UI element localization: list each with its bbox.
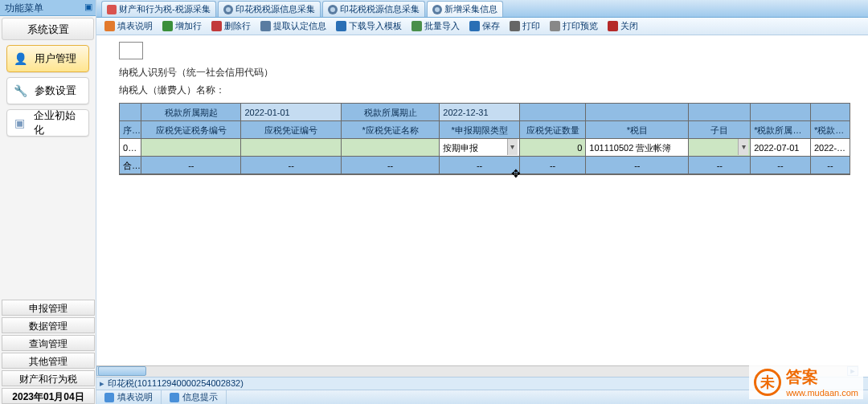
tab-stamp-tax-1[interactable]: 印花税税源信息采集	[218, 1, 321, 17]
col-own-start: *税款所属期起	[751, 121, 811, 139]
table-row[interactable]: 001 按期申报 0 101110502 营业帐簿 2022-07-01 202…	[120, 139, 850, 157]
sum-dash: --	[586, 157, 689, 174]
selection-box[interactable]	[119, 42, 143, 59]
header-period-start-label: 税款所属期起	[141, 104, 241, 121]
delete-row-button[interactable]: 删除行	[207, 18, 256, 35]
print-preview-button[interactable]: 打印预览	[545, 18, 603, 35]
gear-icon	[328, 5, 338, 14]
header-blank	[811, 104, 850, 121]
watermark: 未 答案 www.mudaan.com	[749, 365, 863, 399]
cell-tax-cert-no[interactable]	[141, 139, 241, 157]
sidebar-item-param-set[interactable]: 🔧 参数设置	[6, 77, 89, 104]
sum-row: 合计 -- -- -- -- -- -- -- -- --	[120, 157, 850, 174]
tab-label: 印花税税源信息采集	[340, 3, 420, 15]
sum-dash: --	[689, 157, 751, 174]
close-button[interactable]: 关闭	[603, 18, 643, 35]
tab-tax-source[interactable]: 财产和行为税-税源采集	[101, 1, 216, 17]
btn-label: 关闭	[620, 20, 638, 32]
download-icon	[336, 21, 346, 31]
print-button[interactable]: 打印	[505, 18, 545, 35]
nav-query-mgmt[interactable]: 查询管理	[2, 335, 95, 351]
system-settings-header[interactable]: 系统设置	[2, 18, 94, 40]
minus-icon	[211, 21, 222, 31]
nav-current-date: 2023年01月04日	[2, 388, 95, 404]
scroll-thumb[interactable]	[98, 366, 146, 376]
btn-label: 填表说明	[117, 20, 153, 32]
cell-tax-item: 101110502 营业帐簿	[586, 139, 689, 157]
header-period-end-label: 税款所属期止	[342, 104, 440, 121]
info-icon	[104, 393, 114, 402]
tabs-bar: 财产和行为税-税源采集 印花税税源信息采集 印花税税源信息采集 新增采集信息	[96, 0, 868, 18]
wrench-icon: 🔧	[12, 83, 28, 99]
status-fill-instructions[interactable]: 填表说明	[96, 390, 162, 404]
watermark-text: 答案	[786, 368, 818, 386]
cell-cert-count[interactable]: 0	[520, 139, 586, 157]
add-row-button[interactable]: 增加行	[158, 18, 207, 35]
download-template-button[interactable]: 下载导入模板	[331, 18, 407, 35]
btn-label: 提取认定信息	[273, 20, 326, 32]
btn-label: 批量导入	[424, 20, 460, 32]
tab-label: 新增采集信息	[444, 3, 497, 15]
close-icon	[608, 21, 618, 31]
sidebar-item-label: 用户管理	[35, 51, 76, 66]
doc-icon	[104, 21, 115, 31]
btn-label: 下载导入模板	[349, 20, 402, 32]
cell-sub-item-select[interactable]	[689, 139, 751, 157]
col-seq: 序号	[120, 121, 141, 139]
cell-seq: 001	[120, 139, 141, 157]
sum-dash: --	[440, 157, 520, 174]
nav-tax-behavior[interactable]: 财产和行为税	[2, 370, 95, 386]
sidebar-item-user-mgmt[interactable]: 👤 用户管理	[6, 45, 89, 72]
sum-label: 合计	[120, 157, 141, 174]
pin-icon[interactable]: ▣	[84, 2, 92, 12]
form-area: 纳税人识别号（统一社会信用代码） 纳税人（缴费人）名称：	[96, 35, 868, 103]
sidebar-item-label: 企业初始化	[34, 108, 84, 137]
hand-icon	[260, 21, 271, 31]
sum-dash: --	[520, 157, 586, 174]
bottom-nav: 申报管理 数据管理 查询管理 其他管理 财产和行为税 2023年01月04日	[2, 298, 95, 404]
sum-dash: --	[342, 157, 440, 174]
btn-label: 保存	[482, 20, 500, 32]
sum-dash: --	[811, 157, 850, 174]
left-panel-title: 功能菜单 ▣	[0, 0, 96, 16]
cell-own-start: 2022-07-01	[751, 139, 811, 157]
gear-icon	[432, 5, 442, 14]
watermark-logo-icon: 未	[754, 369, 781, 396]
left-sidebar: 功能菜单 ▣ 系统设置 👤 用户管理 🔧 参数设置 ▣ 企业初始化 申报管理 数…	[0, 0, 96, 404]
breadcrumb-text[interactable]: 印花税(101112940000254002832)	[108, 377, 244, 390]
status-label: 填表说明	[117, 391, 153, 403]
fill-instructions-button[interactable]: 填表说明	[100, 18, 158, 35]
cell-declare-type-select[interactable]: 按期申报	[440, 139, 520, 157]
nav-other-mgmt[interactable]: 其他管理	[2, 353, 95, 369]
tab-stamp-tax-2[interactable]: 印花税税源信息采集	[322, 1, 425, 17]
gear-icon	[223, 5, 233, 14]
taxpayer-id-label: 纳税人识别号（统一社会信用代码）	[119, 66, 273, 80]
header-blank	[751, 104, 811, 121]
btn-label: 删除行	[224, 20, 251, 32]
status-info-tip[interactable]: 信息提示	[162, 390, 227, 404]
cell-cert-no[interactable]	[241, 139, 341, 157]
cell-cert-name[interactable]	[342, 139, 440, 157]
col-own-end: *税款所属期	[811, 121, 850, 139]
watermark-site: www.mudaan.com	[786, 388, 858, 398]
cell-own-end: 2022-12-31	[811, 139, 850, 157]
btn-label: 打印	[522, 20, 540, 32]
fetch-info-button[interactable]: 提取认定信息	[256, 18, 331, 35]
col-tax-item: *税目	[586, 121, 689, 139]
sidebar-item-company-init[interactable]: ▣ 企业初始化	[6, 109, 89, 137]
header-blank	[586, 104, 689, 121]
header-blank	[520, 104, 586, 121]
batch-import-button[interactable]: 批量导入	[407, 18, 465, 35]
nav-data-mgmt[interactable]: 数据管理	[2, 317, 95, 333]
horizontal-scrollbar[interactable]: ◄ ►	[96, 365, 858, 377]
nav-declare-mgmt[interactable]: 申报管理	[2, 300, 95, 316]
save-icon	[469, 21, 480, 31]
tab-new-collect[interactable]: 新增采集信息	[427, 1, 503, 17]
sum-dash: --	[751, 157, 811, 174]
save-button[interactable]: 保存	[465, 18, 505, 35]
col-sub-item: 子目	[689, 121, 751, 139]
plus-icon	[162, 21, 173, 31]
btn-label: 增加行	[175, 20, 202, 32]
col-cert-no: 应税凭证编号	[241, 121, 341, 139]
col-cert-count: 应税凭证数量	[520, 121, 586, 139]
